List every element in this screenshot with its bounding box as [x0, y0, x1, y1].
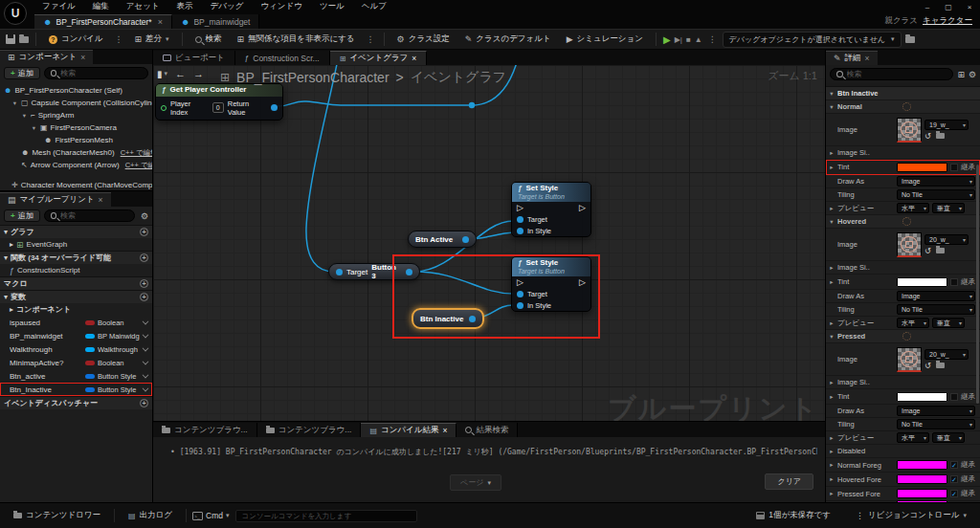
- preview-vertical-dropdown[interactable]: 垂直: [932, 203, 965, 213]
- chevron-right-icon[interactable]: ▸: [826, 278, 837, 286]
- tint-color-swatch[interactable]: [897, 277, 947, 287]
- add-variable-icon[interactable]: +: [140, 293, 148, 301]
- chevron-down-icon[interactable]: ▾: [31, 124, 37, 132]
- inherit-checkbox[interactable]: ✓: [950, 461, 958, 469]
- component-tree-row[interactable]: ▾ ▢ Capsule Component (CollisionCylinder…: [0, 97, 152, 109]
- state-section-header[interactable]: ▾ Pressed: [826, 330, 980, 343]
- graph-tab[interactable]: ⊞ イベントグラフ ×: [330, 51, 428, 65]
- close-icon[interactable]: ×: [99, 195, 103, 205]
- tiling-dropdown[interactable]: No Tile: [897, 189, 975, 200]
- tint-color-swatch[interactable]: [897, 163, 947, 172]
- parent-class-link[interactable]: キャラクター: [923, 15, 972, 27]
- hide-unrelated-options-icon[interactable]: ⋮: [365, 34, 377, 44]
- state-section-header[interactable]: ▾ Normal: [826, 100, 980, 114]
- details-scrollbar[interactable]: [976, 165, 979, 404]
- menu-item[interactable]: 表示: [169, 0, 201, 13]
- nav-forward-button[interactable]: →: [193, 68, 204, 79]
- add-component-button[interactable]: + 追加: [4, 67, 40, 79]
- diff-button[interactable]: ⊞ 差分 ▾: [129, 32, 175, 47]
- foreground-color-swatch[interactable]: [897, 489, 947, 498]
- component-tree-row[interactable]: ▾ ▣ FirstPersonCamera: [0, 121, 152, 134]
- browse-asset-icon[interactable]: [936, 133, 945, 139]
- find-button[interactable]: 検索: [189, 32, 228, 47]
- display-filter-icon[interactable]: ⊞: [957, 70, 965, 79]
- chevron-down-icon[interactable]: ▾: [826, 218, 837, 226]
- chevron-right-icon[interactable]: ▸: [826, 448, 837, 455]
- save-icon[interactable]: [6, 34, 15, 44]
- compile-options-icon[interactable]: ⋮: [113, 34, 125, 44]
- chevron-down-icon[interactable]: ▾: [826, 90, 837, 98]
- class-settings-button[interactable]: ⚙ クラス設定: [391, 32, 456, 47]
- variable-row[interactable]: Walkthrough Walkthrough: [0, 342, 152, 356]
- component-tree-row[interactable]: ☻ BP_FirstPersonCharacter (Self): [0, 84, 152, 97]
- chevron-right-icon[interactable]: ▸: [826, 461, 837, 469]
- chevron-down-icon[interactable]: [143, 319, 149, 325]
- asset-tab[interactable]: ☻ BP_mainwidget: [172, 14, 260, 29]
- cpp-edit-link[interactable]: C++ で編集: [121, 148, 152, 158]
- state-section-header[interactable]: ▾ Hovered: [826, 215, 980, 229]
- preview-horizontal-dropdown[interactable]: 水平: [897, 432, 929, 443]
- gear-icon[interactable]: ⚙: [141, 211, 148, 221]
- node-btn-active-getter[interactable]: Btn Active: [408, 231, 477, 248]
- play-options-icon[interactable]: ⋮: [706, 34, 719, 44]
- menu-item[interactable]: ツール: [312, 0, 352, 13]
- my-blueprint-tab[interactable]: ▤ マイブループリント ×: [0, 192, 111, 207]
- inherit-checkbox[interactable]: [950, 393, 958, 401]
- gear-icon[interactable]: ⚙: [969, 70, 976, 79]
- bottom-tab[interactable]: コンテンツブラウ...: [257, 423, 362, 437]
- close-icon[interactable]: ×: [412, 54, 416, 63]
- variable-row[interactable]: Btn_Inactive Button Style: [0, 383, 152, 396]
- minimize-button[interactable]: –: [917, 1, 938, 13]
- maximize-button[interactable]: ▢: [938, 1, 959, 13]
- inherit-checkbox[interactable]: ✓: [950, 475, 958, 483]
- asset-dropdown[interactable]: 20_w_: [924, 349, 969, 360]
- foreground-color-swatch[interactable]: [897, 474, 947, 484]
- close-button[interactable]: ×: [959, 1, 980, 13]
- menu-item[interactable]: アセット: [119, 0, 167, 13]
- chevron-down-icon[interactable]: ▾: [826, 103, 837, 111]
- player-index-value[interactable]: 0: [212, 102, 224, 113]
- image-size-row[interactable]: ▸ Image Si..: [826, 376, 980, 389]
- tint-color-swatch[interactable]: [897, 392, 947, 402]
- image-size-row[interactable]: ▸ Image Si..: [826, 146, 980, 160]
- chevron-right-icon[interactable]: ▸: [826, 264, 837, 272]
- simulation-button[interactable]: ▶ シミュレーション: [561, 32, 649, 47]
- return-value-pin[interactable]: [271, 104, 278, 111]
- console-command-input[interactable]: [235, 510, 417, 522]
- asset-dropdown[interactable]: 20_w_: [924, 234, 969, 245]
- bottom-tab[interactable]: 結果検索: [457, 423, 518, 437]
- in-style-pin[interactable]: [517, 228, 523, 234]
- cpp-edit-link[interactable]: C++ で編集: [125, 161, 152, 170]
- preview-vertical-dropdown[interactable]: 垂直: [932, 432, 965, 443]
- clear-button[interactable]: クリア: [765, 473, 813, 490]
- event-graph-canvas[interactable]: Owning Player ▮ ▾ ← → ⊞ BP_FirstPersonCh…: [153, 65, 825, 421]
- components-search-input[interactable]: [60, 69, 142, 77]
- macro-section-header[interactable]: マクロ +: [0, 276, 152, 290]
- bookmark-button[interactable]: ▮ ▾: [157, 69, 167, 79]
- chevron-right-icon[interactable]: ▸: [826, 490, 837, 497]
- player-index-pin[interactable]: [161, 105, 167, 111]
- output-log-button[interactable]: ▤ 出力ログ: [121, 507, 180, 524]
- asset-dropdown[interactable]: 19_w_: [924, 120, 969, 130]
- my-blueprint-search[interactable]: [44, 209, 135, 222]
- browse-debug-icon[interactable]: [905, 36, 915, 43]
- compile-log-line[interactable]: • [1963.91] BP_FirstPersonCharacter のコンパ…: [170, 447, 817, 457]
- foreground-color-swatch[interactable]: [897, 460, 947, 470]
- details-search-input[interactable]: [847, 70, 947, 78]
- variable-row[interactable]: MinimapActive? Boolean: [0, 356, 152, 369]
- draw-as-dropdown[interactable]: Image: [897, 406, 975, 416]
- menu-item[interactable]: 編集: [85, 0, 117, 13]
- tiling-dropdown[interactable]: No Tile: [897, 304, 975, 315]
- debug-object-dropdown[interactable]: デバッグオブジェクトが選択されていません ▾: [723, 32, 902, 48]
- chevron-down-icon[interactable]: [143, 372, 149, 379]
- node-set-style-1[interactable]: ƒSet Style Target is Button ▷▷ Target In…: [511, 182, 591, 237]
- compile-button[interactable]: ? コンパイル: [43, 32, 109, 47]
- components-group-row[interactable]: ▸ コンポーネント: [0, 303, 152, 316]
- preview-vertical-dropdown[interactable]: 垂直: [932, 318, 965, 328]
- components-tab[interactable]: ⊞ コンポーネント ×: [0, 50, 93, 64]
- use-selected-icon[interactable]: ↺: [924, 362, 931, 370]
- chevron-right-icon[interactable]: ▸: [826, 149, 837, 157]
- chevron-down-icon[interactable]: ▾: [21, 112, 28, 120]
- chevron-right-icon[interactable]: ▸: [826, 319, 837, 327]
- brush-thumbnail[interactable]: [897, 118, 922, 143]
